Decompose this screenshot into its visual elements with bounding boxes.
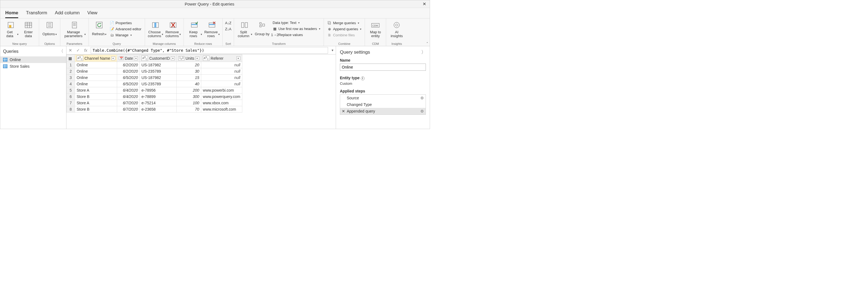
expand-settings-icon[interactable]: 〉 — [421, 49, 426, 55]
column-header[interactable]: 📅Date▾ — [117, 55, 140, 62]
split-column-button[interactable]: Split column▾ — [236, 20, 253, 39]
applied-steps-list: ✕Source⚙✕Changed Type✕Appended query⚙ — [340, 95, 426, 115]
table-row[interactable]: 3Online6/5/2020US-18798215null — [67, 75, 242, 81]
column-header[interactable]: ABCCustomerID▾ — [140, 55, 177, 62]
database-icon — [6, 21, 15, 30]
info-icon[interactable]: i — [361, 76, 365, 80]
close-icon[interactable]: ✕ — [419, 1, 430, 7]
first-row-headers-button[interactable]: ▦Use first row as headers▾ — [272, 26, 321, 31]
advanced-editor-button[interactable]: 📝Advanced editor — [108, 26, 143, 32]
table-row[interactable]: 4Online6/5/2020US-23578940null — [67, 81, 242, 87]
table-row[interactable]: 6Store B6/4/2020e-78899300www.powerquery… — [67, 94, 242, 100]
combine-files-icon: 🗎 — [327, 33, 332, 37]
ribbon-tabs: Home Transform Add column View — [0, 8, 430, 19]
type-icon[interactable]: ABC — [203, 56, 210, 61]
manage-button[interactable]: 🗂Manage▾ — [108, 32, 143, 38]
table-row[interactable]: 7Store A6/7/2020e-75214100www.xbox.com — [67, 100, 242, 106]
tab-transform[interactable]: Transform — [26, 10, 47, 18]
remove-columns-button[interactable]: Remove columns▾ — [165, 20, 181, 39]
applied-steps-label: Applied steps — [340, 89, 426, 93]
manage-parameters-button[interactable]: Manage parameters▾ — [63, 20, 86, 39]
enter-data-button[interactable]: Enter data — [20, 20, 37, 39]
data-type-button[interactable]: Data type: Text▾ — [272, 20, 321, 25]
formula-dropdown-icon[interactable]: ▾ — [329, 48, 336, 52]
table-row[interactable]: 2Online6/2/2020US-23578930null — [67, 68, 242, 75]
row-number[interactable]: 1 — [67, 62, 75, 68]
tab-add-column[interactable]: Add column — [55, 10, 80, 18]
table-row[interactable]: 1Online6/2/2020US-18798220null — [67, 62, 242, 68]
filter-icon[interactable]: ▾ — [171, 57, 175, 60]
filter-icon[interactable]: ▾ — [195, 57, 199, 60]
choose-columns-icon — [151, 21, 160, 30]
options-label: Options — [42, 32, 55, 36]
accept-formula-icon[interactable]: ✓ — [74, 46, 82, 54]
replace-icon: 1→2 — [273, 33, 277, 37]
remove-rows-button[interactable]: Remove rows▾ — [204, 20, 220, 39]
replace-values-button[interactable]: 1→2Replace values — [272, 32, 321, 37]
row-number[interactable]: 2 — [67, 68, 75, 75]
ai-insights-button[interactable]: AI insights — [389, 20, 405, 39]
query-item[interactable]: Store Sales — [0, 63, 66, 70]
svg-rect-1 — [9, 25, 11, 28]
keep-rows-button[interactable]: Keep rows▾ — [186, 20, 203, 39]
row-number[interactable]: 8 — [67, 106, 75, 112]
column-header[interactable]: 123Units▾ — [177, 55, 201, 62]
tab-view[interactable]: View — [87, 10, 98, 18]
groupby-icon — [258, 21, 267, 30]
type-icon[interactable]: ABC — [142, 56, 148, 61]
tab-home[interactable]: Home — [5, 10, 18, 18]
refresh-button[interactable]: Refresh▾ — [91, 20, 107, 39]
table-row[interactable]: 8Store B6/7/2020e-2365870www.microsoft.c… — [67, 106, 242, 112]
type-icon[interactable]: 📅 — [119, 57, 124, 60]
row-number[interactable]: 3 — [67, 75, 75, 81]
collapse-ribbon-icon[interactable]: ˄ — [427, 42, 428, 46]
query-item-label: Online — [10, 58, 21, 62]
formula-input[interactable] — [91, 47, 328, 54]
row-number[interactable]: 7 — [67, 100, 75, 106]
properties-button[interactable]: 📄Properties — [108, 20, 143, 26]
enter-data-label: Enter data — [21, 30, 36, 38]
gear-icon[interactable]: ⚙ — [421, 109, 424, 113]
type-icon[interactable]: 123 — [178, 56, 184, 61]
merge-queries-button[interactable]: ⿻Merge queries▾ — [326, 20, 363, 26]
applied-step[interactable]: ✕Appended query⚙ — [340, 108, 426, 114]
data-grid[interactable]: ▦ABCChannel Name▾📅Date▾ABCCustomerID▾123… — [66, 55, 242, 112]
column-header[interactable]: ABCReferer▾ — [201, 55, 242, 62]
choose-columns-button[interactable]: Choose columns▾ — [147, 20, 164, 39]
row-number[interactable]: 5 — [67, 87, 75, 94]
get-data-button[interactable]: Get data▾ — [2, 20, 19, 39]
split-label: Split column — [237, 30, 250, 38]
cancel-formula-icon[interactable]: ✕ — [66, 46, 74, 54]
filter-icon[interactable]: ▾ — [134, 57, 138, 60]
select-all-corner[interactable]: ▦ — [67, 55, 75, 62]
svg-rect-25 — [209, 24, 215, 25]
query-item[interactable]: Online — [0, 57, 66, 63]
filter-icon[interactable]: ▾ — [111, 57, 115, 60]
group-query: Query — [113, 41, 121, 45]
row-number[interactable]: 4 — [67, 81, 75, 87]
group-by-button[interactable]: Group by — [254, 20, 270, 39]
manage-parameters-label: Manage parameters — [63, 30, 84, 38]
options-button[interactable]: Options▾ — [41, 20, 58, 39]
table-row[interactable]: 5Store A6/4/2020e-78956200www.powerbi.co… — [67, 87, 242, 94]
svg-text:CDM: CDM — [372, 24, 378, 27]
applied-step[interactable]: ✕Changed Type — [340, 101, 426, 108]
append-queries-button[interactable]: ⊕Append queries▾ — [326, 26, 363, 32]
ai-label: AI insights — [389, 30, 404, 38]
map-to-entity-button[interactable]: CDM Map to entity — [367, 20, 384, 39]
group-sort: Sort — [225, 41, 231, 45]
filter-icon[interactable]: ▾ — [237, 57, 240, 60]
column-header[interactable]: ABCChannel Name▾ — [75, 55, 117, 62]
query-name-input[interactable] — [340, 64, 426, 71]
type-icon[interactable]: ABC — [76, 56, 83, 61]
sort-asc-button[interactable]: A↓Z — [225, 20, 231, 26]
gear-icon[interactable]: ⚙ — [421, 96, 424, 100]
split-icon — [240, 21, 249, 30]
applied-step[interactable]: ✕Source⚙ — [340, 95, 426, 101]
delete-step-icon[interactable]: ✕ — [342, 109, 345, 113]
fx-icon[interactable]: fx — [82, 46, 90, 54]
collapse-queries-icon[interactable]: 〈 — [59, 48, 63, 54]
row-number[interactable]: 6 — [67, 94, 75, 100]
group-combine: Combine — [338, 41, 350, 45]
sort-desc-button[interactable]: Z↓A — [225, 26, 231, 32]
